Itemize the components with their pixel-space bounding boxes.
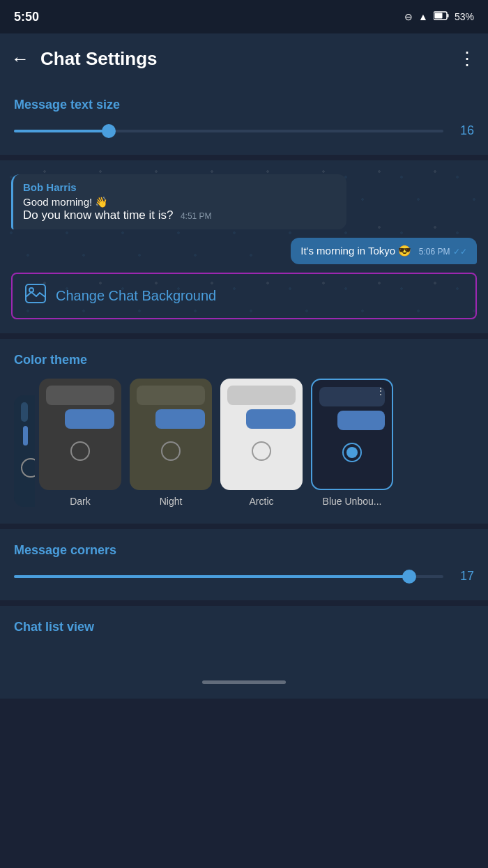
sent-text: It's morning in Tokyo 😎 [300,245,411,257]
chat-messages: Bob Harris Good morning! 👋 Do you know w… [11,174,477,319]
text-size-value: 16 [455,123,474,138]
bottom-bar [0,665,488,699]
theme-dark-name: Dark [70,496,91,507]
theme-blue-bubble-top [319,387,385,406]
theme-bubble-bottom [23,426,28,446]
text-size-slider-track[interactable] [14,130,443,132]
message-corners-section: Message corners 17 [0,529,488,600]
message-text-size-section: Message text size 16 [0,84,488,155]
chat-preview-section: Bob Harris Good morning! 👋 Do you know w… [0,160,488,333]
page-title: Chat Settings [40,48,447,70]
svg-rect-1 [447,14,448,17]
sent-time: 5:06 PM [419,247,450,257]
back-button[interactable]: ← [11,48,29,70]
text-size-slider-thumb[interactable] [102,124,116,138]
theme-card-night-wrapper: Night [125,379,216,507]
read-checkmarks: ✓✓ [453,247,467,257]
theme-bubble-top [21,402,28,422]
theme-cards-row: Dark Night Arctic ⋮ [14,379,474,507]
text-size-slider-fill [14,130,109,132]
theme-card-partial-wrapper [14,395,35,507]
do-not-disturb-icon: ⊖ [404,11,413,22]
change-bg-icon [25,284,46,308]
color-theme-label: Color theme [14,353,474,367]
battery-percent: 53% [455,11,474,22]
theme-night-name: Night [160,496,183,507]
received-message: Bob Harris Good morning! 👋 Do you know w… [11,174,346,229]
theme-card-arctic-wrapper: Arctic [216,379,307,507]
theme-card-dark[interactable] [39,379,121,490]
theme-night-bubble-bottom [155,409,205,429]
text-size-slider-row: 16 [14,123,474,138]
theme-arctic-name: Arctic [250,496,274,507]
corners-slider-fill [14,575,409,578]
overflow-menu-button[interactable]: ⋮ [458,48,477,70]
theme-card-partial[interactable] [14,395,35,507]
received-line2-row: Do you know what time it is? 4:51 PM [23,208,337,222]
message-text-size-label: Message text size [14,98,474,112]
theme-night-bubble-top [137,386,205,405]
svg-rect-2 [434,13,442,19]
theme-radio [21,458,35,478]
chat-list-view-section: Chat list view [0,606,488,665]
chat-list-view-label: Chat list view [14,620,474,634]
theme-card-blue-wrapper: ⋮ Blue Unbou... [307,379,397,507]
theme-dark-bubble-bottom [65,409,114,429]
theme-blue-radio [342,443,362,462]
theme-arctic-bubble-bottom [246,409,296,429]
received-line2: Do you know what time it is? [23,208,173,222]
home-indicator [202,680,286,684]
theme-card-night[interactable] [130,379,212,490]
change-bg-label: Change Chat Background [56,288,216,304]
theme-card-arctic[interactable] [220,379,303,490]
color-theme-section: Color theme Dark Ni [0,339,488,524]
change-chat-background-button[interactable]: Change Chat Background [11,273,477,319]
battery-icon [434,11,449,22]
sent-message: It's morning in Tokyo 😎 5:06 PM ✓✓ [291,238,477,264]
theme-dark-bubble-top [46,386,114,405]
theme-blue-radio-inner [346,447,358,458]
theme-night-radio [161,441,181,461]
status-icons: ⊖ ▲ 53% [404,11,474,22]
sender-name: Bob Harris [23,181,337,193]
corners-value: 17 [455,569,474,584]
theme-arctic-radio [252,441,271,461]
corners-slider-track[interactable] [14,575,443,578]
corners-slider-row: 17 [14,569,474,584]
wifi-icon: ▲ [418,11,428,22]
received-line1: Good morning! 👋 [23,196,337,208]
received-time: 4:51 PM [181,211,212,221]
corners-slider-thumb[interactable] [402,570,416,584]
theme-dark-radio [70,441,90,461]
message-corners-label: Message corners [14,543,474,558]
app-header: ← Chat Settings ⋮ [0,33,488,84]
status-time: 5:50 [14,10,39,24]
theme-card-blue[interactable]: ⋮ [311,379,393,490]
theme-blue-bubble-bottom [337,411,385,430]
theme-arctic-bubble-top [227,386,296,405]
theme-blue-name: Blue Unbou... [323,496,382,507]
status-bar: 5:50 ⊖ ▲ 53% [0,0,488,33]
theme-blue-dots[interactable]: ⋮ [376,386,386,397]
sent-message-wrapper: It's morning in Tokyo 😎 5:06 PM ✓✓ [11,238,477,264]
theme-card-dark-wrapper: Dark [35,379,125,507]
